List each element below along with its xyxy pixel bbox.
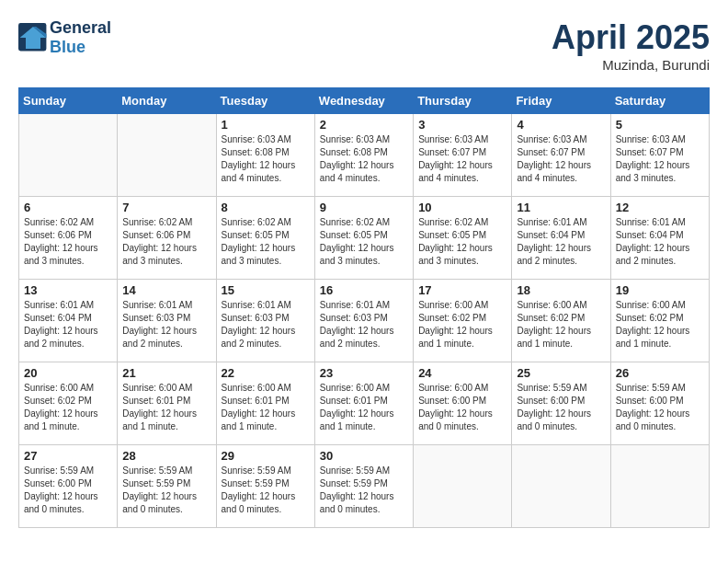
day-number: 26 [616, 366, 704, 380]
weekday-header: Sunday [19, 88, 118, 114]
calendar-cell: 4Sunrise: 6:03 AM Sunset: 6:07 PM Daylig… [512, 114, 610, 197]
month-title: April 2025 [552, 18, 710, 57]
cell-info: Sunrise: 6:02 AM Sunset: 6:05 PM Dayligh… [222, 216, 310, 268]
day-number: 20 [24, 366, 112, 380]
calendar-cell: 15Sunrise: 6:01 AM Sunset: 6:03 PM Dayli… [216, 280, 314, 362]
calendar-cell: 3Sunrise: 6:03 AM Sunset: 6:07 PM Daylig… [414, 114, 512, 197]
calendar-cell [512, 445, 610, 528]
cell-info: Sunrise: 5:59 AM Sunset: 6:00 PM Dayligh… [616, 382, 704, 433]
cell-info: Sunrise: 6:02 AM Sunset: 6:06 PM Dayligh… [24, 216, 112, 268]
location-subtitle: Muzinda, Burundi [552, 57, 710, 73]
day-number: 28 [122, 449, 210, 463]
calendar-cell: 27Sunrise: 5:59 AM Sunset: 6:00 PM Dayli… [19, 445, 118, 528]
cell-info: Sunrise: 6:00 AM Sunset: 6:02 PM Dayligh… [616, 299, 704, 350]
cell-info: Sunrise: 5:59 AM Sunset: 5:59 PM Dayligh… [122, 465, 210, 516]
calendar-week-row: 20Sunrise: 6:00 AM Sunset: 6:02 PM Dayli… [19, 362, 710, 445]
day-number: 9 [320, 201, 408, 214]
day-number: 18 [517, 283, 605, 297]
cell-info: Sunrise: 6:00 AM Sunset: 6:01 PM Dayligh… [222, 382, 310, 433]
day-number: 4 [517, 118, 605, 132]
calendar-cell: 13Sunrise: 6:01 AM Sunset: 6:04 PM Dayli… [19, 280, 118, 362]
calendar-cell: 7Sunrise: 6:02 AM Sunset: 6:06 PM Daylig… [118, 197, 216, 280]
calendar-cell: 25Sunrise: 5:59 AM Sunset: 6:00 PM Dayli… [512, 362, 610, 445]
calendar-cell: 26Sunrise: 5:59 AM Sunset: 6:00 PM Dayli… [610, 362, 709, 445]
cell-info: Sunrise: 5:59 AM Sunset: 6:00 PM Dayligh… [517, 382, 605, 433]
day-number: 23 [320, 366, 408, 380]
cell-info: Sunrise: 6:00 AM Sunset: 6:02 PM Dayligh… [24, 382, 112, 433]
calendar-cell: 16Sunrise: 6:01 AM Sunset: 6:03 PM Dayli… [314, 280, 413, 362]
day-number: 7 [122, 201, 210, 214]
calendar-cell [19, 114, 118, 197]
calendar-cell: 2Sunrise: 6:03 AM Sunset: 6:08 PM Daylig… [314, 114, 413, 197]
calendar-cell: 10Sunrise: 6:02 AM Sunset: 6:05 PM Dayli… [414, 197, 512, 280]
cell-info: Sunrise: 5:59 AM Sunset: 5:59 PM Dayligh… [222, 465, 310, 516]
calendar-cell: 17Sunrise: 6:00 AM Sunset: 6:02 PM Dayli… [414, 280, 512, 362]
cell-info: Sunrise: 6:02 AM Sunset: 6:05 PM Dayligh… [320, 216, 408, 268]
cell-info: Sunrise: 6:01 AM Sunset: 6:04 PM Dayligh… [24, 299, 112, 350]
weekday-header: Wednesday [314, 88, 413, 114]
cell-info: Sunrise: 6:01 AM Sunset: 6:03 PM Dayligh… [320, 299, 408, 350]
logo: General Blue [18, 18, 111, 56]
day-number: 30 [320, 449, 408, 463]
cell-info: Sunrise: 6:00 AM Sunset: 6:01 PM Dayligh… [122, 382, 210, 433]
day-number: 14 [122, 283, 210, 297]
weekday-header: Saturday [610, 88, 709, 114]
cell-info: Sunrise: 6:03 AM Sunset: 6:07 PM Dayligh… [418, 133, 506, 185]
day-number: 21 [122, 366, 210, 380]
cell-info: Sunrise: 6:00 AM Sunset: 6:01 PM Dayligh… [320, 382, 408, 433]
logo-icon [18, 23, 48, 52]
calendar-cell: 23Sunrise: 6:00 AM Sunset: 6:01 PM Dayli… [314, 362, 413, 445]
calendar-cell: 30Sunrise: 5:59 AM Sunset: 5:59 PM Dayli… [314, 445, 413, 528]
calendar-cell: 12Sunrise: 6:01 AM Sunset: 6:04 PM Dayli… [610, 197, 709, 280]
calendar-cell: 9Sunrise: 6:02 AM Sunset: 6:05 PM Daylig… [314, 197, 413, 280]
cell-info: Sunrise: 6:03 AM Sunset: 6:07 PM Dayligh… [616, 133, 704, 185]
day-number: 22 [222, 366, 310, 380]
day-number: 5 [616, 118, 704, 132]
cell-info: Sunrise: 5:59 AM Sunset: 5:59 PM Dayligh… [320, 465, 408, 516]
calendar-cell: 29Sunrise: 5:59 AM Sunset: 5:59 PM Dayli… [216, 445, 314, 528]
cell-info: Sunrise: 6:03 AM Sunset: 6:07 PM Dayligh… [517, 133, 605, 185]
day-number: 29 [222, 449, 310, 463]
day-number: 19 [616, 283, 704, 297]
calendar-week-row: 6Sunrise: 6:02 AM Sunset: 6:06 PM Daylig… [19, 197, 710, 280]
day-number: 24 [418, 366, 506, 380]
cell-info: Sunrise: 6:03 AM Sunset: 6:08 PM Dayligh… [320, 133, 408, 185]
cell-info: Sunrise: 6:00 AM Sunset: 6:00 PM Dayligh… [418, 382, 506, 433]
calendar-cell: 11Sunrise: 6:01 AM Sunset: 6:04 PM Dayli… [512, 197, 610, 280]
weekday-header: Tuesday [216, 88, 314, 114]
calendar-cell: 8Sunrise: 6:02 AM Sunset: 6:05 PM Daylig… [216, 197, 314, 280]
calendar-cell: 1Sunrise: 6:03 AM Sunset: 6:08 PM Daylig… [216, 114, 314, 197]
day-number: 12 [616, 201, 704, 214]
title-block: April 2025 Muzinda, Burundi [552, 18, 710, 73]
cell-info: Sunrise: 6:01 AM Sunset: 6:04 PM Dayligh… [616, 216, 704, 268]
cell-info: Sunrise: 6:01 AM Sunset: 6:03 PM Dayligh… [122, 299, 210, 350]
day-number: 2 [320, 118, 408, 132]
calendar-cell: 28Sunrise: 5:59 AM Sunset: 5:59 PM Dayli… [118, 445, 216, 528]
calendar-week-row: 1Sunrise: 6:03 AM Sunset: 6:08 PM Daylig… [19, 114, 710, 197]
day-number: 1 [222, 118, 310, 132]
calendar-cell: 5Sunrise: 6:03 AM Sunset: 6:07 PM Daylig… [610, 114, 709, 197]
weekday-header: Thursday [414, 88, 512, 114]
calendar-cell [118, 114, 216, 197]
calendar-cell: 19Sunrise: 6:00 AM Sunset: 6:02 PM Dayli… [610, 280, 709, 362]
cell-info: Sunrise: 6:01 AM Sunset: 6:04 PM Dayligh… [517, 216, 605, 268]
cell-info: Sunrise: 6:00 AM Sunset: 6:02 PM Dayligh… [418, 299, 506, 350]
calendar-table: SundayMondayTuesdayWednesdayThursdayFrid… [18, 87, 710, 528]
calendar-week-row: 13Sunrise: 6:01 AM Sunset: 6:04 PM Dayli… [19, 280, 710, 362]
cell-info: Sunrise: 6:01 AM Sunset: 6:03 PM Dayligh… [222, 299, 310, 350]
weekday-header: Monday [118, 88, 216, 114]
calendar-cell: 14Sunrise: 6:01 AM Sunset: 6:03 PM Dayli… [118, 280, 216, 362]
logo-text-general: General [50, 18, 111, 38]
day-number: 8 [222, 201, 310, 214]
calendar-cell: 18Sunrise: 6:00 AM Sunset: 6:02 PM Dayli… [512, 280, 610, 362]
logo-text-blue: Blue [50, 38, 111, 57]
day-number: 10 [418, 201, 506, 214]
cell-info: Sunrise: 6:00 AM Sunset: 6:02 PM Dayligh… [517, 299, 605, 350]
day-number: 11 [517, 201, 605, 214]
day-number: 25 [517, 366, 605, 380]
calendar-header-row: SundayMondayTuesdayWednesdayThursdayFrid… [19, 88, 710, 114]
calendar-cell [414, 445, 512, 528]
day-number: 15 [222, 283, 310, 297]
cell-info: Sunrise: 6:03 AM Sunset: 6:08 PM Dayligh… [222, 133, 310, 185]
calendar-cell: 6Sunrise: 6:02 AM Sunset: 6:06 PM Daylig… [19, 197, 118, 280]
